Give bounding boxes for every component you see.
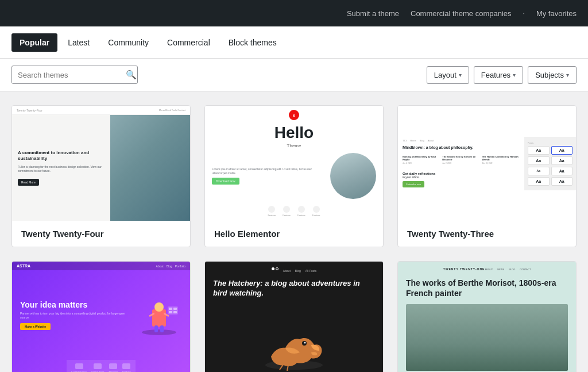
theme-card-twenty-twenty-one[interactable]: TWENTY TWENTY-ONE ABOUT NEWS BLOG CONTAC… (397, 261, 577, 372)
theme-name-hello: Hello Elementor (205, 221, 383, 247)
tt1-headline: The works of Berthe Morisot, 1800s-era F… (406, 278, 568, 298)
hello-icon-1: Feature (268, 206, 276, 217)
theme-name-tt4: Twenty Twenty-Four (12, 221, 190, 247)
svg-rect-1 (152, 309, 166, 327)
tab-popular[interactable]: Popular (11, 33, 57, 52)
tt3-right: Fonts Aa Aa Aa Aa Aa Aa Aa Aa (524, 137, 576, 190)
tt2-topbar: About Blog All Posts (272, 267, 317, 274)
tab-commercial[interactable]: Commercial (159, 33, 218, 52)
tt3-headline: Mindblown: a blog about philosophy. (403, 145, 520, 150)
tt4-image (110, 115, 191, 221)
theme-thumbnail-hello: e Hello Theme Lorem ipsum dolor sit amet… (205, 106, 383, 221)
layout-filter-label: Layout (434, 71, 457, 79)
theme-thumbnail-tt2: About Blog All Posts The Hatchery: a blo… (205, 262, 383, 372)
tab-latest[interactable]: Latest (60, 33, 98, 52)
tt2-bird-image (213, 303, 375, 371)
features-filter-label: Features (481, 71, 510, 79)
astra-headline: Your idea matters (20, 300, 130, 310)
tt3-aa-2: Aa (551, 146, 573, 155)
tt3-articles: Naming and Necessity by Saul Kripke Jan … (403, 155, 520, 164)
hello-preview: e Hello Theme Lorem ipsum dolor sit amet… (205, 106, 383, 221)
features-chevron-icon: ▾ (513, 72, 516, 78)
tt4-title: A commitment to innovation and sustainab… (18, 150, 105, 162)
svg-point-0 (142, 329, 176, 335)
subjects-filter-button[interactable]: Subjects ▾ (528, 66, 577, 84)
theme-card-twenty-twenty-four[interactable]: Twenty Twenty-Four Menu Block Tools Cont… (11, 105, 191, 247)
theme-thumbnail-tt1: TWENTY TWENTY-ONE ABOUT NEWS BLOG CONTAC… (398, 262, 576, 372)
hello-cta: Download Now (212, 178, 239, 185)
features-filter-button[interactable]: Features ▾ (474, 66, 523, 84)
svg-rect-10 (169, 311, 172, 313)
astra-bottom-online-store: Online Store (91, 363, 104, 372)
svg-point-14 (304, 342, 306, 344)
tt2-preview: About Blog All Posts The Hatchery: a blo… (205, 262, 383, 372)
theme-card-twenty-twenty-three[interactable]: TT3 Home Blog About Mindblown: a blog ab… (397, 105, 577, 247)
hello-circle-image (330, 153, 376, 199)
tt4-subtitle: Fuller is planning for the next business… (18, 165, 105, 173)
astra-bottom-blogging: Blogging (109, 363, 118, 372)
tt2-logo (272, 267, 283, 274)
hello-header: e (289, 110, 299, 120)
hello-title: Hello (274, 125, 314, 141)
my-favorites-link[interactable]: My favorites (536, 9, 577, 18)
astra-logo: ASTRA (17, 264, 30, 268)
astra-content: Your idea matters Partner with us to tur… (12, 270, 190, 360)
tab-block-themes[interactable]: Block themes (220, 33, 285, 52)
search-input[interactable] (12, 67, 120, 83)
svg-rect-8 (169, 308, 172, 310)
theme-card-hello-elementor[interactable]: e Hello Theme Lorem ipsum dolor sit amet… (204, 105, 384, 247)
tt1-nav: ABOUT NEWS BLOG CONTACT (485, 268, 531, 271)
layout-chevron-icon: ▾ (459, 72, 462, 78)
astra-cta: Make a Website (20, 323, 51, 330)
astra-bottom-icon-3 (109, 363, 117, 369)
tt3-article-3: The Human Condition by Hannah Arendt Dec… (482, 155, 520, 164)
tt3-aa-1: Aa (528, 146, 550, 155)
astra-bottom-local-business: Local Business (71, 363, 87, 372)
tt1-painting-image (406, 304, 568, 371)
tt3-preview: TT3 Home Blog About Mindblown: a blog ab… (398, 106, 576, 221)
search-button[interactable]: 🔍 (120, 66, 138, 83)
theme-card-twenty-twenty-two[interactable]: About Blog All Posts The Hatchery: a blo… (204, 261, 384, 372)
theme-grid: Twenty Twenty-Four Menu Block Tools Cont… (0, 91, 588, 372)
hello-text: Lorem ipsum dolor sit amet, consectetur … (212, 167, 326, 185)
hello-icons: Feature Feature Feature Feature (268, 206, 320, 217)
tt3-aa-3: Aa (528, 156, 550, 165)
separator: · (523, 9, 525, 17)
tt1-topbar: TWENTY TWENTY-ONE ABOUT NEWS BLOG CONTAC… (443, 267, 531, 271)
astra-preview: ASTRA About Blog Portfolio Your idea mat… (12, 262, 190, 372)
astra-svg (136, 292, 182, 338)
tt3-article-1: Naming and Necessity by Saul Kripke Jan … (403, 155, 440, 164)
astra-bottom-icon-4 (122, 363, 130, 369)
svg-rect-6 (160, 325, 164, 332)
tt3-get-sub: in your inbox. (403, 175, 520, 179)
tt4-img-inner (110, 115, 191, 221)
astra-nav: About Blog Portfolio (156, 264, 185, 268)
filter-group: Layout ▾ Features ▾ Subjects ▾ (427, 66, 577, 84)
tt3-cta-btn: Subscribe now (403, 181, 424, 187)
theme-card-astra[interactable]: ASTRA About Blog Portfolio Your idea mat… (11, 261, 191, 372)
tt2-headline: The Hatchery: a blog about adventures in… (213, 279, 375, 298)
tt3-aa-8: Aa (551, 177, 573, 186)
subjects-chevron-icon: ▾ (566, 72, 569, 78)
svg-rect-5 (154, 325, 158, 332)
theme-thumbnail-astra: ASTRA About Blog Portfolio Your idea mat… (12, 262, 190, 372)
astra-bottom-portfolio: Portfolio (122, 363, 131, 372)
tt3-topbar: TT3 Home Blog About (403, 139, 520, 142)
hello-desc: Lorem ipsum dolor sit amet, consectetur … (212, 167, 326, 175)
hello-row: Lorem ipsum dolor sit amet, consectetur … (212, 153, 376, 199)
tab-community[interactable]: Community (100, 33, 157, 52)
tt4-text: A commitment to innovation and sustainab… (12, 115, 110, 221)
tt3-right-title: Fonts (528, 141, 572, 144)
hello-icon-2: Feature (283, 206, 291, 217)
astra-sub: Partner with us to turn your big idea in… (20, 312, 130, 320)
tt4-cta: Read More (18, 179, 39, 186)
tt4-topbar: Twenty Twenty-Four Menu Block Tools Cont… (12, 106, 190, 115)
tt3-article-2: The Second Sex by Simone de Beauvoir Jan… (442, 155, 479, 164)
astra-topbar: ASTRA About Blog Portfolio (12, 262, 190, 270)
toolbar: 🔍 Layout ▾ Features ▾ Subjects ▾ (0, 59, 588, 91)
submit-theme-link[interactable]: Submit a theme (347, 9, 399, 18)
hello-logo: e (289, 110, 299, 120)
layout-filter-button[interactable]: Layout ▾ (427, 66, 469, 84)
theme-name-tt3: Twenty Twenty-Three (398, 221, 576, 247)
commercial-companies-link[interactable]: Commercial theme companies (411, 9, 512, 18)
